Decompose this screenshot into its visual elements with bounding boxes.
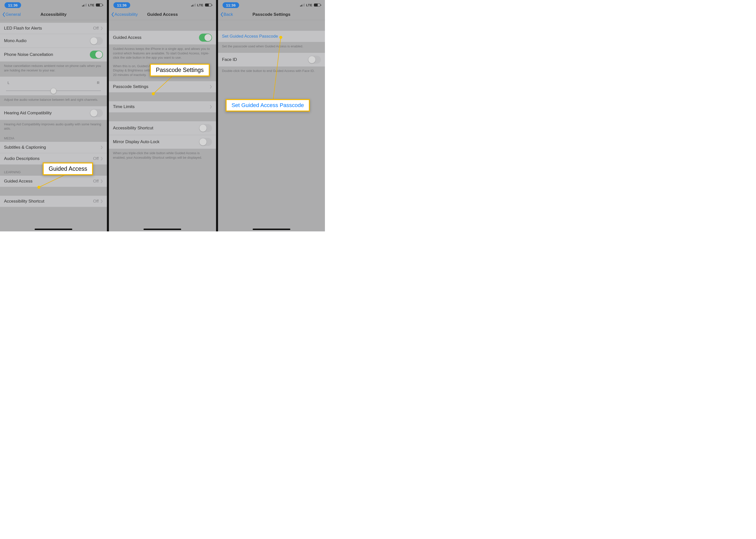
screen-divider: [216, 0, 218, 231]
nav-bar: General Accessibility: [0, 9, 107, 20]
status-time-pill[interactable]: 11:36: [223, 2, 239, 8]
row-footer: Double-click the side button to end Guid…: [218, 67, 325, 77]
toggle-off[interactable]: [199, 138, 212, 146]
row-guided-access-toggle[interactable]: Guided Access: [109, 31, 216, 44]
row-value: Off: [93, 199, 99, 204]
row-label: Audio Descriptions: [4, 156, 40, 161]
status-bar: 11:36 LTE: [109, 0, 216, 9]
back-button[interactable]: General: [2, 12, 21, 17]
back-label: Back: [224, 12, 233, 17]
callout-passcode-settings: Passcode Settings: [150, 64, 210, 76]
chevron-left-icon: [111, 12, 114, 17]
row-label: Time Limits: [113, 104, 135, 109]
row-guided-access[interactable]: Guided Access Off: [0, 176, 107, 187]
row-set-passcode[interactable]: Set Guided Access Passcode: [218, 31, 325, 42]
toggle-on[interactable]: [199, 34, 212, 41]
slider-left-label: L: [8, 81, 10, 85]
row-time-limits[interactable]: Time Limits: [109, 101, 216, 113]
settings-list[interactable]: LED Flash for Alerts Off Mono Audio Phon…: [0, 20, 107, 231]
row-label: Mono Audio: [4, 38, 27, 43]
row-led-flash[interactable]: LED Flash for Alerts Off: [0, 23, 107, 34]
back-label: Accessibility: [114, 12, 138, 17]
chevron-right-icon: [101, 180, 103, 183]
chevron-right-icon: [210, 105, 212, 109]
screen-passcode-settings: 11:36 LTE Back Passcode Settings Set Gui…: [218, 0, 325, 231]
row-label: Passcode Settings: [113, 84, 148, 89]
settings-list[interactable]: Guided Access Guided Access keeps the iP…: [109, 20, 216, 231]
chevron-right-icon: [101, 146, 103, 149]
battery-icon: [314, 4, 321, 7]
row-label: Subtitles & Captioning: [4, 145, 46, 150]
screen-guided-access: 11:36 LTE Accessibility Guided Access Gu…: [109, 0, 216, 231]
status-right: LTE: [300, 3, 321, 7]
balance-slider[interactable]: [6, 88, 101, 93]
balance-slider-cell: L R: [0, 76, 107, 96]
network-label: LTE: [88, 3, 94, 7]
nav-bar: Accessibility Guided Access: [109, 9, 216, 20]
row-label: Accessibility Shortcut: [113, 125, 153, 131]
callout-dot: [279, 36, 282, 39]
network-label: LTE: [197, 3, 204, 7]
row-value: Off: [93, 156, 99, 161]
back-button[interactable]: Back: [220, 12, 233, 17]
status-right: LTE: [82, 3, 102, 7]
row-mono-audio[interactable]: Mono Audio: [0, 34, 107, 48]
battery-icon: [205, 4, 212, 7]
row-label: Face ID: [222, 57, 237, 62]
row-label: Mirror Display Auto-Lock: [113, 139, 159, 144]
screen-divider: [107, 0, 109, 231]
status-time-pill[interactable]: 11:36: [113, 2, 130, 8]
chevron-right-icon: [210, 85, 212, 89]
back-button[interactable]: Accessibility: [111, 12, 138, 17]
section-header-media: MEDIA: [0, 135, 107, 142]
chevron-left-icon: [2, 12, 6, 17]
slider-right-label: R: [97, 81, 99, 85]
nav-bar: Back Passcode Settings: [218, 9, 325, 20]
signal-icon: [300, 4, 305, 7]
chevron-left-icon: [220, 12, 224, 17]
row-accessibility-shortcut[interactable]: Accessibility Shortcut Off: [0, 195, 107, 207]
signal-icon: [82, 4, 87, 7]
row-label: Guided Access: [113, 35, 141, 40]
row-face-id[interactable]: Face ID: [218, 53, 325, 67]
toggle-off[interactable]: [90, 109, 103, 117]
row-passcode-settings[interactable]: Passcode Settings: [109, 81, 216, 93]
status-bar: 11:36 LTE: [218, 0, 325, 9]
nav-title: Accessibility: [41, 12, 66, 17]
status-right: LTE: [191, 3, 212, 7]
row-footer: Adjust the audio volume balance between …: [0, 96, 107, 106]
row-hearing-aid[interactable]: Hearing Aid Compatibility: [0, 106, 107, 120]
chevron-right-icon: [101, 199, 103, 203]
nav-title: Guided Access: [147, 12, 178, 17]
row-footer: Set the passcode used when Guided Access…: [218, 42, 325, 53]
row-mirror-auto-lock[interactable]: Mirror Display Auto-Lock: [109, 135, 216, 149]
callout-guided-access: Guided Access: [43, 162, 93, 175]
row-subtitles[interactable]: Subtitles & Captioning: [0, 142, 107, 153]
callout-dot: [38, 186, 41, 189]
chevron-right-icon: [101, 27, 103, 30]
row-label: Set Guided Access Passcode: [222, 34, 278, 39]
home-indicator[interactable]: [35, 229, 72, 230]
toggle-on[interactable]: [90, 51, 103, 59]
toggle-off[interactable]: [199, 124, 212, 132]
chevron-right-icon: [101, 157, 103, 160]
toggle-off[interactable]: [90, 37, 103, 45]
battery-icon: [96, 4, 102, 7]
row-label: Guided Access: [4, 179, 32, 184]
row-label: Accessibility Shortcut: [4, 199, 45, 204]
settings-list[interactable]: Set Guided Access Passcode Set the passc…: [218, 20, 325, 231]
row-label: Phone Noise Cancellation: [4, 52, 53, 57]
home-indicator[interactable]: [253, 229, 290, 230]
callout-set-passcode: Set Guided Access Passcode: [226, 99, 310, 112]
toggle-off[interactable]: [308, 56, 321, 64]
nav-title: Passcode Settings: [252, 12, 290, 17]
status-bar: 11:36 LTE: [0, 0, 107, 9]
signal-icon: [191, 4, 196, 7]
row-noise-cancellation[interactable]: Phone Noise Cancellation: [0, 48, 107, 62]
row-accessibility-shortcut[interactable]: Accessibility Shortcut: [109, 121, 216, 135]
status-time-pill[interactable]: 11:36: [5, 2, 21, 8]
home-indicator[interactable]: [143, 229, 181, 230]
screen-accessibility: 11:36 LTE General Accessibility LED Flas…: [0, 0, 107, 231]
back-label: General: [6, 12, 21, 17]
row-label: Hearing Aid Compatibility: [4, 111, 52, 116]
